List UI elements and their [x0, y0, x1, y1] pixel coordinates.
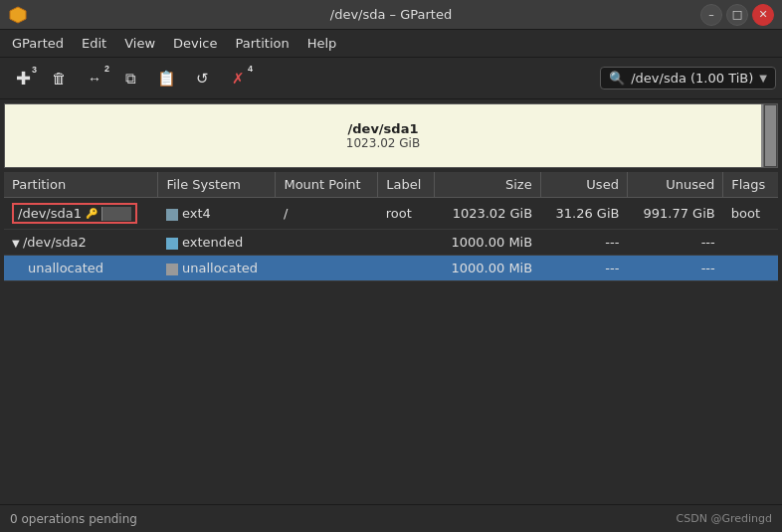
size-cell: 1000.00 MiB — [435, 256, 541, 281]
filesystem-cell: ext4 — [158, 198, 276, 230]
unused-cell: --- — [627, 256, 722, 281]
col-flags: Flags — [723, 172, 778, 198]
col-size: Size — [435, 172, 541, 198]
col-partition: Partition — [4, 172, 158, 198]
size-cell: 1023.02 GiB — [435, 198, 541, 230]
partition-table: Partition File System Mount Point Label … — [4, 172, 778, 281]
table-row[interactable]: ▼ /dev/sda2extended1000.00 MiB------ — [4, 230, 778, 256]
table-header-row: Partition File System Mount Point Label … — [4, 172, 778, 198]
disk-visualization: /dev/sda1 1023.02 GiB — [4, 103, 778, 168]
partition-cell: ▼ /dev/sda2 — [4, 230, 158, 256]
unused-cell: 991.77 GiB — [627, 198, 722, 230]
app-icon — [8, 5, 28, 25]
svg-marker-0 — [10, 7, 26, 23]
menu-item-edit[interactable]: Edit — [74, 34, 114, 53]
used-cell: --- — [540, 256, 627, 281]
col-label: Label — [378, 172, 435, 198]
label-cell: root — [378, 198, 435, 230]
partition-cell: /dev/sda1🔑 — [4, 198, 158, 230]
partition-table-container: Partition File System Mount Point Label … — [4, 172, 778, 504]
copy-button[interactable]: ⧉ — [113, 62, 147, 95]
menu-item-view[interactable]: View — [116, 34, 163, 53]
col-mountpoint: Mount Point — [276, 172, 378, 198]
label-cell — [378, 256, 435, 281]
flags-cell — [723, 256, 778, 281]
flags-cell: boot — [723, 198, 778, 230]
col-unused: Unused — [627, 172, 722, 198]
operations-status: 0 operations pending — [10, 512, 137, 526]
used-cell: --- — [540, 230, 627, 256]
table-row[interactable]: /dev/sda1🔑ext4/root1023.02 GiB31.26 GiB9… — [4, 198, 778, 230]
table-row[interactable]: unallocatedunallocated1000.00 MiB------ — [4, 256, 778, 281]
device-arrow-icon: ▼ — [759, 73, 767, 84]
resize-move-button[interactable]: ↔ 2 — [78, 62, 111, 95]
filesystem-cell: extended — [158, 230, 276, 256]
unused-cell: --- — [627, 230, 722, 256]
status-bar: 0 operations pending CSDN @Gredingd — [0, 504, 782, 532]
size-cell: 1000.00 MiB — [435, 230, 541, 256]
col-used: Used — [540, 172, 627, 198]
label-cell — [378, 230, 435, 256]
menu-item-device[interactable]: Device — [165, 34, 225, 53]
mountpoint-cell — [276, 256, 378, 281]
flags-cell — [723, 230, 778, 256]
menu-item-partition[interactable]: Partition — [228, 34, 297, 53]
apply-button[interactable]: ✗ 4 — [221, 62, 255, 95]
maximize-button[interactable]: □ — [726, 4, 748, 26]
menu-item-gparted[interactable]: GParted — [4, 34, 72, 53]
menu-item-help[interactable]: Help — [299, 34, 345, 53]
title-bar: /dev/sda – GParted – □ ✕ — [0, 0, 782, 30]
menu-bar: GPartedEditViewDevicePartitionHelp — [0, 30, 782, 58]
disk-scrollbar[interactable] — [763, 104, 777, 167]
used-cell: 31.26 GiB — [540, 198, 627, 230]
paste-button[interactable]: 📋 — [149, 62, 183, 95]
watermark: CSDN @Gredingd — [677, 512, 772, 525]
disk-viz-label: /dev/sda1 — [348, 121, 419, 136]
minimize-button[interactable]: – — [700, 4, 722, 26]
disk-viz-size: 1023.02 GiB — [346, 136, 420, 150]
filesystem-cell: unallocated — [158, 256, 276, 281]
device-selector[interactable]: 🔍 /dev/sda (1.00 TiB) ▼ — [600, 67, 776, 89]
disk-viz-partition[interactable]: /dev/sda1 1023.02 GiB — [5, 104, 763, 167]
close-button[interactable]: ✕ — [752, 4, 774, 26]
mountpoint-cell — [276, 230, 378, 256]
delete-button[interactable]: 🗑 — [42, 62, 76, 95]
undo-button[interactable]: ↺ — [185, 62, 219, 95]
mountpoint-cell: / — [276, 198, 378, 230]
partition-cell: unallocated — [4, 256, 158, 281]
scrollbar-thumb — [765, 105, 776, 166]
col-filesystem: File System — [158, 172, 276, 198]
window-controls: – □ ✕ — [700, 4, 774, 26]
search-icon: 🔍 — [609, 71, 625, 86]
toolbar: ✚ 3 🗑 ↔ 2 ⧉ 📋 ↺ ✗ 4 🔍 /dev/sda (1.00 TiB… — [0, 58, 782, 99]
new-partition-button[interactable]: ✚ 3 — [6, 62, 40, 95]
device-label: /dev/sda (1.00 TiB) — [631, 71, 753, 86]
window-title: /dev/sda – GParted — [330, 7, 452, 22]
